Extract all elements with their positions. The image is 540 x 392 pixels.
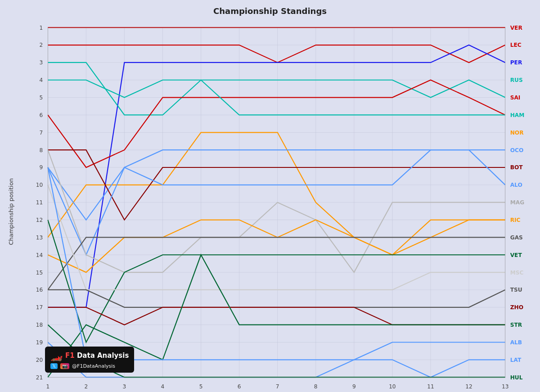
watermark: 🏎️ F1 Data Analysis 𝕏 📷 @F1DataAnalysis (45, 347, 134, 373)
svg-text:20: 20 (36, 357, 43, 363)
watermark-title: F1 Data Analysis (65, 351, 129, 360)
svg-text:11: 11 (36, 199, 43, 206)
svg-text:3: 3 (40, 59, 43, 66)
svg-text:4: 4 (40, 77, 43, 83)
svg-text:ZHO: ZHO (510, 304, 523, 311)
y-axis-label: Championship position (4, 18, 18, 392)
svg-text:MSC: MSC (510, 270, 524, 276)
svg-wrapper: 1 2 3 4 5 6 7 8 9 10 11 12 13 14 15 16 1 (18, 18, 540, 392)
svg-text:2: 2 (84, 383, 88, 390)
svg-text:13: 13 (502, 383, 508, 390)
main-chart: 1 2 3 4 5 6 7 8 9 10 11 12 13 14 15 16 1 (18, 18, 540, 392)
svg-text:2: 2 (40, 42, 43, 48)
svg-text:VET: VET (510, 252, 522, 258)
svg-text:8: 8 (314, 383, 318, 390)
svg-text:12: 12 (36, 217, 43, 223)
svg-text:18: 18 (36, 322, 43, 328)
svg-text:LEC: LEC (510, 42, 522, 48)
svg-text:10: 10 (389, 383, 396, 390)
svg-text:ALB: ALB (510, 339, 522, 346)
svg-text:7: 7 (276, 383, 279, 390)
svg-text:ALO: ALO (510, 182, 522, 188)
svg-text:HAM: HAM (510, 112, 525, 118)
svg-text:SAI: SAI (510, 95, 521, 101)
twitter-icon: 𝕏 (50, 363, 58, 369)
svg-text:RUS: RUS (510, 77, 523, 83)
chart-container: Championship Standings Championship posi… (0, 0, 540, 392)
watermark-social: 𝕏 📷 @F1DataAnalysis (50, 363, 129, 369)
svg-text:12: 12 (465, 383, 472, 390)
svg-text:RIC: RIC (510, 217, 521, 223)
svg-text:10: 10 (36, 182, 43, 188)
svg-text:7: 7 (40, 130, 43, 136)
svg-text:NOR: NOR (510, 130, 524, 136)
svg-text:3: 3 (123, 383, 126, 390)
svg-text:BOT: BOT (510, 164, 523, 171)
svg-text:11: 11 (427, 383, 434, 390)
svg-text:15: 15 (36, 270, 43, 276)
svg-text:VER: VER (510, 25, 523, 31)
svg-text:5: 5 (40, 95, 43, 101)
svg-text:HUL: HUL (510, 374, 523, 381)
chart-inner: 1 2 3 4 5 6 7 8 9 10 11 12 13 14 15 16 1 (18, 18, 540, 392)
svg-text:STR: STR (510, 322, 522, 328)
svg-text:6: 6 (40, 112, 43, 118)
svg-text:21: 21 (36, 374, 43, 381)
svg-text:TSU: TSU (510, 287, 522, 293)
svg-text:17: 17 (36, 304, 43, 311)
svg-text:LAT: LAT (510, 357, 522, 363)
instagram-icon: 📷 (60, 363, 69, 369)
svg-text:OCO: OCO (510, 147, 524, 153)
social-handle: @F1DataAnalysis (72, 363, 115, 369)
svg-text:13: 13 (36, 234, 43, 241)
svg-text:19: 19 (36, 339, 43, 346)
svg-text:8: 8 (40, 147, 43, 153)
svg-text:1: 1 (40, 25, 43, 31)
svg-text:9: 9 (40, 164, 43, 171)
svg-text:9: 9 (352, 383, 356, 390)
svg-text:5: 5 (199, 383, 203, 390)
svg-text:GAS: GAS (510, 234, 523, 241)
svg-rect-0 (18, 18, 540, 392)
svg-text:PER: PER (510, 59, 522, 66)
svg-text:16: 16 (36, 287, 43, 293)
svg-text:6: 6 (238, 383, 241, 390)
svg-text:14: 14 (36, 252, 43, 258)
svg-text:4: 4 (161, 383, 165, 390)
chart-area: Championship position (0, 18, 540, 392)
svg-text:MAG: MAG (510, 199, 524, 206)
svg-text:1: 1 (46, 383, 50, 390)
chart-title: Championship Standings (213, 6, 327, 16)
